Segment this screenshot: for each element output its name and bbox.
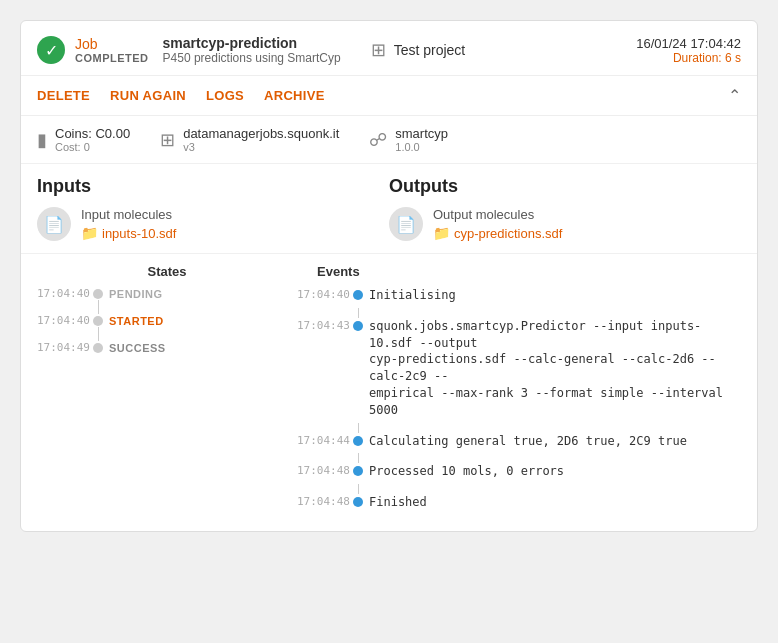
project-name: Test project: [394, 42, 466, 58]
event-connector-4: [297, 484, 741, 494]
events-title: Events: [297, 264, 741, 279]
coins-sub: Cost: 0: [55, 141, 130, 153]
states-title: States: [37, 264, 297, 279]
io-section: Inputs 📄 Input molecules 📁 inputs-10.sdf…: [21, 164, 757, 254]
inputs-title: Inputs: [37, 176, 389, 197]
coins-label: Coins: C0.00: [55, 126, 130, 141]
app-label: smartcyp: [395, 126, 448, 141]
inputs-section: Inputs 📄 Input molecules 📁 inputs-10.sdf: [37, 176, 389, 241]
event-text-4: Processed 10 mols, 0 errors: [369, 463, 564, 480]
state-time-pending: 17:04:40: [37, 287, 87, 300]
toolbar: DELETE RUN AGAIN LOGS ARCHIVE ⌃: [21, 76, 757, 116]
logs-button[interactable]: LOGS: [206, 88, 244, 103]
state-connector-1: [37, 300, 297, 314]
folder-icon: 📁: [81, 225, 98, 241]
coins-text: Coins: C0.00 Cost: 0: [55, 126, 130, 153]
input-item: 📄 Input molecules 📁 inputs-10.sdf: [37, 207, 389, 241]
app-sub: 1.0.0: [395, 141, 448, 153]
event-text-3: Calculating general true, 2D6 true, 2C9 …: [369, 433, 687, 450]
event-dot-5: [353, 497, 363, 507]
event-time-5: 17:04:48: [297, 494, 347, 508]
job-title-block: Job COMPLETED: [75, 36, 149, 64]
event-text-2: squonk.jobs.smartcyp.Predictor --input i…: [369, 318, 741, 419]
event-dot-2: [353, 321, 363, 331]
delete-button[interactable]: DELETE: [37, 88, 90, 103]
state-dot-pending: [93, 289, 103, 299]
job-link[interactable]: Job: [75, 36, 149, 52]
event-row-4: 17:04:48 Processed 10 mols, 0 errors: [297, 463, 741, 480]
state-dot-success: [93, 343, 103, 353]
output-file-icon: 📄: [389, 207, 423, 241]
event-connector-2: [297, 423, 741, 433]
coins-icon: ▮: [37, 129, 47, 151]
state-label-started: STARTED: [109, 315, 164, 327]
event-row-2: 17:04:43 squonk.jobs.smartcyp.Predictor …: [297, 318, 741, 419]
event-dot-1: [353, 290, 363, 300]
events-column: Events 17:04:40 Initialising 17:04:43 sq…: [297, 264, 741, 515]
header-right: 16/01/24 17:04:42 Duration: 6 s: [636, 36, 741, 65]
state-time-success: 17:04:49: [37, 341, 87, 354]
run-again-button[interactable]: RUN AGAIN: [110, 88, 186, 103]
state-row-success: 17:04:49 SUCCESS: [37, 341, 297, 354]
output-file-link[interactable]: 📁 cyp-predictions.sdf: [433, 225, 562, 241]
coins-info: ▮ Coins: C0.00 Cost: 0: [37, 126, 130, 153]
service-info: ⊞ datamanagerjobs.squonk.it v3: [160, 126, 339, 153]
header-left: ✓ Job COMPLETED smartcyp-prediction P450…: [37, 35, 624, 65]
collapse-button[interactable]: ⌃: [728, 86, 741, 105]
input-details: Input molecules 📁 inputs-10.sdf: [81, 207, 176, 241]
output-details: Output molecules 📁 cyp-predictions.sdf: [433, 207, 562, 241]
output-folder-icon: 📁: [433, 225, 450, 241]
info-bar: ▮ Coins: C0.00 Cost: 0 ⊞ datamanagerjobs…: [21, 116, 757, 164]
event-text-5: Finished: [369, 494, 427, 511]
project-icon: ⊞: [371, 39, 386, 61]
state-label-pending: PENDING: [109, 288, 163, 300]
service-text: datamanagerjobs.squonk.it v3: [183, 126, 339, 153]
app-text: smartcyp 1.0.0: [395, 126, 448, 153]
event-time-3: 17:04:44: [297, 433, 347, 447]
state-time-started: 17:04:40: [37, 314, 87, 327]
output-item: 📄 Output molecules 📁 cyp-predictions.sdf: [389, 207, 741, 241]
job-card: ✓ Job COMPLETED smartcyp-prediction P450…: [20, 20, 758, 532]
state-connector-2: [37, 327, 297, 341]
event-row-5: 17:04:48 Finished: [297, 494, 741, 511]
states-events-section: States 17:04:40 PENDING 17:04:40 STARTED: [21, 254, 757, 531]
state-row-pending: 17:04:40 PENDING: [37, 287, 297, 300]
state-label-success: SUCCESS: [109, 342, 166, 354]
header-duration: Duration: 6 s: [636, 51, 741, 65]
job-description: P450 predictions using SmartCyp: [163, 51, 341, 65]
service-icon: ⊞: [160, 129, 175, 151]
state-dot-started: [93, 316, 103, 326]
event-connector-3: [297, 453, 741, 463]
outputs-title: Outputs: [389, 176, 741, 197]
status-check-icon: ✓: [37, 36, 65, 64]
event-dot-4: [353, 466, 363, 476]
event-dot-3: [353, 436, 363, 446]
job-header: ✓ Job COMPLETED smartcyp-prediction P450…: [21, 21, 757, 76]
app-icon: ☍: [369, 129, 387, 151]
event-text-1: Initialising: [369, 287, 456, 304]
job-name: smartcyp-prediction: [163, 35, 341, 51]
event-time-1: 17:04:40: [297, 287, 347, 301]
output-item-label: Output molecules: [433, 207, 562, 222]
state-row-started: 17:04:40 STARTED: [37, 314, 297, 327]
outputs-section: Outputs 📄 Output molecules 📁 cyp-predict…: [389, 176, 741, 241]
output-file-name: cyp-predictions.sdf: [454, 226, 562, 241]
project-block: ⊞ Test project: [371, 39, 466, 61]
job-name-block: smartcyp-prediction P450 predictions usi…: [163, 35, 341, 65]
input-item-label: Input molecules: [81, 207, 176, 222]
event-connector-1: [297, 308, 741, 318]
app-info: ☍ smartcyp 1.0.0: [369, 126, 448, 153]
input-file-icon: 📄: [37, 207, 71, 241]
event-row-1: 17:04:40 Initialising: [297, 287, 741, 304]
input-file-link[interactable]: 📁 inputs-10.sdf: [81, 225, 176, 241]
archive-button[interactable]: ARCHIVE: [264, 88, 325, 103]
event-time-2: 17:04:43: [297, 318, 347, 332]
service-label: datamanagerjobs.squonk.it: [183, 126, 339, 141]
event-time-4: 17:04:48: [297, 463, 347, 477]
event-row-3: 17:04:44 Calculating general true, 2D6 t…: [297, 433, 741, 450]
service-sub: v3: [183, 141, 339, 153]
states-column: States 17:04:40 PENDING 17:04:40 STARTED: [37, 264, 297, 515]
input-file-name: inputs-10.sdf: [102, 226, 176, 241]
header-date: 16/01/24 17:04:42: [636, 36, 741, 51]
job-status-badge: COMPLETED: [75, 52, 149, 64]
